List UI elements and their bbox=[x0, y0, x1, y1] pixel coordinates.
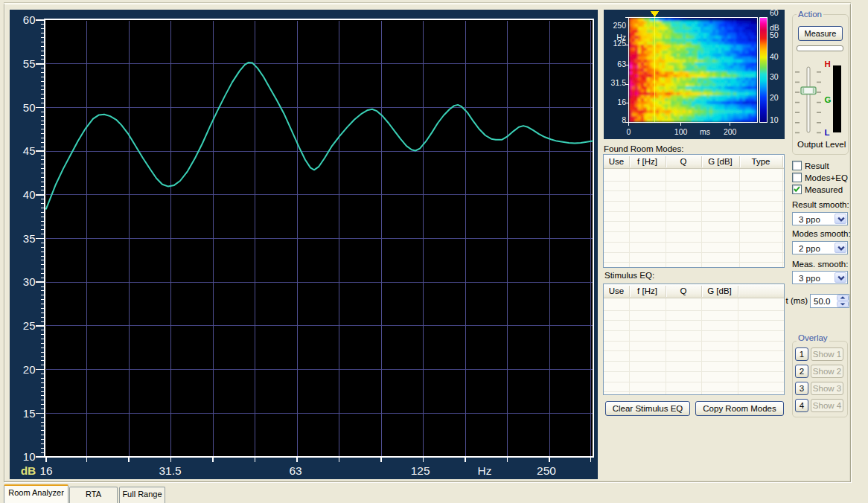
svg-text:63: 63 bbox=[289, 464, 301, 477]
svg-text:20: 20 bbox=[770, 93, 779, 102]
svg-text:63: 63 bbox=[617, 60, 626, 68]
svg-text:60: 60 bbox=[23, 13, 36, 26]
svg-text:25: 25 bbox=[23, 319, 36, 332]
svg-text:35: 35 bbox=[23, 232, 36, 245]
svg-text:40: 40 bbox=[23, 188, 36, 201]
svg-text:10: 10 bbox=[23, 450, 36, 463]
svg-text:dB: dB bbox=[21, 464, 36, 477]
svg-text:16: 16 bbox=[617, 97, 626, 106]
svg-text:250: 250 bbox=[613, 21, 626, 30]
svg-text:125: 125 bbox=[411, 464, 430, 477]
svg-text:0: 0 bbox=[626, 127, 631, 136]
svg-text:L: L bbox=[825, 128, 830, 137]
svg-text:30: 30 bbox=[23, 275, 36, 288]
svg-text:8: 8 bbox=[622, 115, 626, 124]
svg-text:31.5: 31.5 bbox=[611, 78, 627, 87]
svg-text:55: 55 bbox=[23, 57, 36, 70]
svg-text:125: 125 bbox=[613, 39, 626, 48]
svg-text:10: 10 bbox=[770, 115, 779, 124]
svg-text:100: 100 bbox=[674, 127, 688, 136]
svg-text:G: G bbox=[825, 95, 832, 104]
svg-text:H: H bbox=[825, 60, 831, 68]
svg-text:ms: ms bbox=[700, 127, 710, 136]
svg-text:Hz: Hz bbox=[478, 464, 492, 477]
svg-text:250: 250 bbox=[537, 464, 556, 477]
svg-text:45: 45 bbox=[23, 144, 36, 157]
svg-text:50: 50 bbox=[770, 31, 779, 39]
svg-text:200: 200 bbox=[724, 127, 737, 136]
svg-text:20: 20 bbox=[23, 363, 36, 376]
svg-text:15: 15 bbox=[23, 407, 36, 420]
svg-text:30: 30 bbox=[770, 72, 779, 81]
svg-text:40: 40 bbox=[770, 52, 779, 61]
svg-text:60: 60 bbox=[770, 10, 779, 17]
svg-text:50: 50 bbox=[23, 101, 36, 114]
svg-text:16: 16 bbox=[39, 464, 52, 477]
svg-text:31.5: 31.5 bbox=[159, 464, 182, 477]
